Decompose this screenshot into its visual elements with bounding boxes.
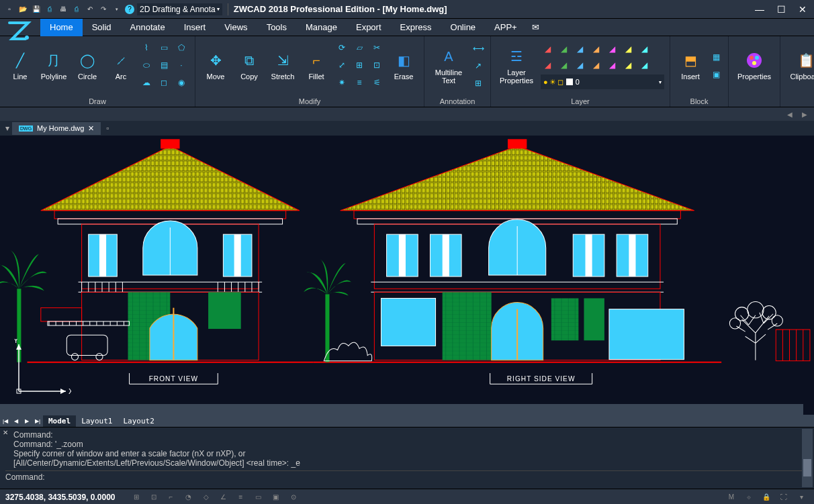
- redo-icon[interactable]: ↷: [98, 5, 109, 14]
- fillet-button[interactable]: ⌐Fillet: [302, 39, 331, 93]
- nav-prev[interactable]: ◀: [11, 415, 21, 426]
- lock-ui-icon[interactable]: 🔒: [759, 491, 774, 504]
- new-icon[interactable]: ▫: [4, 5, 15, 14]
- coordinates-readout[interactable]: 3275.4038, 3435.5039, 0.0000: [5, 493, 116, 502]
- tab-manage[interactable]: Manage: [296, 19, 347, 36]
- layer-tool-icon[interactable]: ◢: [573, 42, 586, 56]
- undo-icon[interactable]: ↶: [85, 5, 95, 14]
- layer-tool-icon[interactable]: ◢: [637, 42, 651, 56]
- offset-icon[interactable]: ⊡: [370, 58, 383, 72]
- annotation-scale[interactable]: ⟐: [741, 491, 756, 504]
- tab-home[interactable]: Home: [40, 19, 83, 36]
- fullscreen-icon[interactable]: ⛶: [776, 491, 791, 504]
- layer-tool-icon[interactable]: ◢: [621, 58, 635, 72]
- print-icon[interactable]: 🖶: [58, 5, 69, 14]
- layer-properties-button[interactable]: ☲Layer Properties: [496, 39, 537, 93]
- nav-last[interactable]: ▶|: [32, 415, 43, 426]
- cmdline-scrollbar[interactable]: [802, 429, 813, 487]
- otrack-toggle[interactable]: ∠: [216, 491, 231, 504]
- polar-toggle[interactable]: ◔: [181, 491, 196, 504]
- tab-scroll-right[interactable]: ▶: [798, 107, 811, 121]
- settings-menu-icon[interactable]: ▾: [794, 491, 809, 504]
- drawing-area[interactable]: — ❐ ✕: [0, 136, 814, 415]
- tab-scroll-left[interactable]: ◀: [783, 107, 797, 121]
- drawing-canvas[interactable]: FRONT VIEW: [0, 136, 814, 415]
- help-icon[interactable]: ?: [125, 5, 134, 14]
- close-icon[interactable]: ✕: [88, 124, 94, 133]
- stretch-button[interactable]: ⇲Stretch: [268, 39, 298, 93]
- layer-selector[interactable]: ● ☀ ◻ 0 ▾: [541, 74, 664, 89]
- app-logo[interactable]: [5, 17, 32, 44]
- region-icon[interactable]: ◻: [157, 76, 171, 89]
- clipboard-button[interactable]: 📋Clipboard: [786, 39, 814, 93]
- minimize-button[interactable]: —: [752, 3, 767, 15]
- open-icon[interactable]: 📂: [17, 5, 28, 14]
- layer-tool-icon[interactable]: ◢: [557, 58, 570, 72]
- document-tab[interactable]: DWG My Home.dwg ✕: [12, 122, 101, 135]
- close-button[interactable]: ✕: [795, 3, 810, 15]
- trim-icon[interactable]: ✂: [370, 41, 383, 54]
- tab-insert[interactable]: Insert: [175, 19, 216, 36]
- circle-button[interactable]: ◯Circle: [73, 39, 102, 93]
- layout-tab-layout1[interactable]: Layout1: [76, 415, 118, 427]
- layer-tool-icon[interactable]: ◢: [637, 58, 651, 72]
- tab-express[interactable]: Express: [391, 19, 441, 36]
- layer-tool-icon[interactable]: ◢: [541, 42, 554, 56]
- table-icon[interactable]: ⊞: [471, 77, 485, 90]
- polyline-button[interactable]: ⺆Polyline: [39, 39, 69, 93]
- hatch-icon[interactable]: ▤: [157, 58, 171, 72]
- properties-button[interactable]: Properties: [734, 39, 774, 93]
- tab-app[interactable]: APP+: [485, 19, 527, 36]
- preview-icon[interactable]: ⎙: [71, 5, 82, 14]
- line-button[interactable]: ╱Line: [5, 39, 35, 93]
- align-icon[interactable]: ≡: [353, 76, 366, 89]
- mtext-button[interactable]: AMultiline Text: [430, 39, 467, 93]
- rotate-icon[interactable]: ⟳: [335, 41, 349, 54]
- array-icon[interactable]: ⊞: [353, 58, 366, 72]
- dyn-toggle[interactable]: ▭: [251, 491, 266, 504]
- point-icon[interactable]: ·: [175, 58, 188, 72]
- polygon-icon[interactable]: ⬠: [175, 41, 188, 54]
- lwt-toggle[interactable]: ≡: [234, 491, 248, 504]
- insert-button[interactable]: ⬒Insert: [676, 39, 705, 93]
- command-input[interactable]: [49, 472, 809, 482]
- nav-next[interactable]: ▶: [21, 415, 32, 426]
- layer-tool-icon[interactable]: ◢: [605, 42, 619, 56]
- nav-first[interactable]: |◀: [0, 415, 11, 426]
- layout-tab-layout2[interactable]: Layout2: [118, 415, 159, 427]
- model-toggle[interactable]: ▣: [269, 491, 283, 504]
- save-icon[interactable]: 💾: [31, 5, 42, 14]
- revcloud-icon[interactable]: ☁: [140, 76, 153, 89]
- block-create-icon[interactable]: ▦: [709, 50, 723, 64]
- mirror-icon[interactable]: ▱: [353, 41, 366, 54]
- layer-tool-icon[interactable]: ◢: [605, 58, 619, 72]
- copy-button[interactable]: ⧉Copy: [234, 39, 264, 93]
- move-button[interactable]: ✥Move: [201, 39, 230, 93]
- saveall-icon[interactable]: ⎙: [44, 5, 55, 14]
- dimension-icon[interactable]: ⟷: [471, 42, 485, 55]
- block-edit-icon[interactable]: ▣: [709, 68, 723, 81]
- ortho-toggle[interactable]: ⌐: [164, 491, 179, 504]
- cycle-toggle[interactable]: ⊙: [286, 491, 301, 504]
- layer-tool-icon[interactable]: ◢: [621, 42, 635, 56]
- arc-button[interactable]: ⟋Arc: [106, 39, 136, 93]
- cmdline-close-icon[interactable]: ✕: [3, 429, 8, 436]
- grid-toggle[interactable]: ⊡: [146, 491, 161, 504]
- layer-tool-icon[interactable]: ◢: [589, 58, 602, 72]
- snap-toggle[interactable]: ⊞: [129, 491, 144, 504]
- donut-icon[interactable]: ◉: [175, 76, 188, 89]
- erase-button[interactable]: ◧Erase: [389, 39, 418, 93]
- rectangle-icon[interactable]: ▭: [157, 41, 171, 54]
- doc-tab-menu[interactable]: ▾: [3, 121, 12, 135]
- layer-tool-icon[interactable]: ◢: [541, 58, 554, 72]
- new-tab-button[interactable]: ▫: [101, 121, 114, 135]
- explode-icon[interactable]: ✷: [335, 76, 349, 89]
- workspace-selector[interactable]: 2D Drafting & Annota ▾: [137, 3, 222, 15]
- tab-online[interactable]: Online: [441, 19, 486, 36]
- scale-icon[interactable]: ⤢: [335, 58, 349, 72]
- maximize-button[interactable]: ☐: [774, 3, 788, 15]
- tab-views[interactable]: Views: [215, 19, 257, 36]
- tab-annotate[interactable]: Annotate: [121, 19, 175, 36]
- dropdown-icon[interactable]: ▾: [111, 5, 122, 14]
- layer-tool-icon[interactable]: ◢: [589, 42, 602, 56]
